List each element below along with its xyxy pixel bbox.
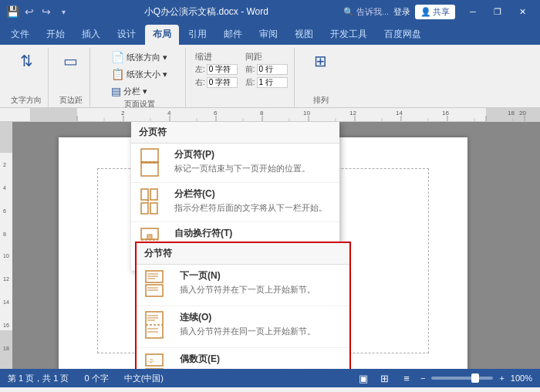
tab-mailings[interactable]: 邮件 xyxy=(216,25,250,45)
svg-text:12: 12 xyxy=(3,276,9,282)
tab-developer[interactable]: 开发工具 xyxy=(322,25,375,45)
ruler-horizontal: 2 4 6 8 10 12 14 1 xyxy=(0,108,540,122)
ribbon-toolbar: ⇅ 文字方向 ▭ 页边距 📄 纸张方向 ▾ 📋 纸张大小 ▾ xyxy=(0,45,540,108)
svg-text:2: 2 xyxy=(3,162,6,167)
pagebreak-page-icon xyxy=(139,148,167,177)
text-direction-label: 文字方向 xyxy=(11,95,42,107)
zoom-in-button[interactable]: + xyxy=(499,373,504,383)
arrange-icon: ⊞ xyxy=(314,52,327,70)
svg-text:6: 6 xyxy=(214,110,218,117)
tab-view[interactable]: 视图 xyxy=(287,25,321,45)
svg-text:12: 12 xyxy=(349,110,356,117)
tab-review[interactable]: 审阅 xyxy=(251,25,285,45)
undo-icon[interactable]: ↩ xyxy=(23,5,35,18)
svg-rect-49 xyxy=(150,189,157,200)
svg-rect-48 xyxy=(141,189,148,200)
more-icon[interactable]: ▾ xyxy=(57,5,69,18)
zoom-out-button[interactable]: − xyxy=(420,373,425,383)
svg-rect-47 xyxy=(141,163,158,176)
orient-icon: 📄 xyxy=(111,51,124,63)
tab-baidu[interactable]: 百度网盘 xyxy=(376,25,429,45)
svg-text:16: 16 xyxy=(442,110,449,117)
tab-references[interactable]: 引用 xyxy=(181,25,214,45)
svg-text:4: 4 xyxy=(3,185,6,191)
svg-text:6: 6 xyxy=(3,208,6,214)
svg-text:20: 20 xyxy=(519,110,526,117)
tab-insert[interactable]: 插入 xyxy=(74,25,108,45)
svg-rect-50 xyxy=(141,203,148,214)
main-content-area: 2 4 6 8 10 12 14 16 18 分页符 xyxy=(0,122,540,369)
pagebreak-page-item[interactable]: 分页符(P) 标记一页结束与下一页开始的位置。 xyxy=(131,144,339,183)
ribbon-tabs: 文件 开始 插入 设计 布局 引用 邮件 审阅 视图 开发工具 百度网盘 xyxy=(0,23,540,45)
section-even-page-text: 偶数页(E) 插入分节符并在下一偶数页上开始新节。 xyxy=(180,353,342,369)
orient-arrow: ▾ xyxy=(163,52,167,63)
margins-button[interactable]: ▭ xyxy=(59,49,83,73)
language: 中文(中国) xyxy=(124,373,164,384)
indent-right-input[interactable] xyxy=(207,77,238,88)
ruler-corner xyxy=(0,108,31,121)
save-icon[interactable]: 💾 xyxy=(6,5,19,18)
section-continuous-item[interactable]: 连续(O) 插入分节符并在同一页上开始新节。 xyxy=(137,306,349,348)
svg-rect-54 xyxy=(147,235,152,239)
section-breaks-panel: 分节符 下一页(N) 插入分节符并在下一页上开始新节。 xyxy=(135,242,351,369)
title-bar: 💾 ↩ ↪ ▾ 小Q办公演示文稿.docx - Word 🔍 告诉我... 登录… xyxy=(0,0,540,23)
cols-button[interactable]: ▤ 分栏 ▾ xyxy=(108,83,170,99)
arrange-button[interactable]: ⊞ xyxy=(309,49,333,73)
svg-text:10: 10 xyxy=(3,253,9,259)
login-button[interactable]: 登录 xyxy=(393,6,410,18)
svg-text:2: 2 xyxy=(121,110,125,117)
tab-layout[interactable]: 布局 xyxy=(145,25,179,45)
svg-rect-0 xyxy=(31,108,540,121)
char-count: 0 个字 xyxy=(84,373,108,384)
ruler-h-marks: 2 4 6 8 10 12 14 1 xyxy=(31,108,540,121)
margins-icon: ▭ xyxy=(63,52,78,70)
ruler-vertical: 2 4 6 8 10 12 14 16 18 xyxy=(0,122,12,369)
tab-design[interactable]: 设计 xyxy=(110,25,143,45)
pagebreak-col-icon xyxy=(139,188,167,217)
section-header: 分节符 xyxy=(137,243,349,265)
svg-text:16: 16 xyxy=(3,323,9,328)
view-print-button[interactable]: ▣ xyxy=(356,372,371,384)
pagebreak-page-text: 分页符(P) 标记一页结束与下一页开始的位置。 xyxy=(174,148,332,174)
ribbon-group-margins: ▭ 页边距 xyxy=(52,48,90,107)
size-button[interactable]: 📋 纸张大小 ▾ xyxy=(108,66,170,82)
svg-text:4: 4 xyxy=(167,110,171,117)
close-button[interactable]: ✕ xyxy=(511,3,534,20)
section-next-page-item[interactable]: 下一页(N) 插入分节符并在下一页上开始新节。 xyxy=(137,265,349,306)
text-direction-button[interactable]: ⇅ xyxy=(14,49,39,73)
minimize-button[interactable]: ─ xyxy=(461,3,484,20)
zoom-slider[interactable] xyxy=(431,377,493,380)
pagebreak-col-item[interactable]: 分栏符(C) 指示分栏符后面的文字将从下一栏开始。 xyxy=(131,183,339,222)
share-button[interactable]: 👤共享 xyxy=(415,5,455,19)
zoom-level: 100% xyxy=(511,373,532,383)
tab-file[interactable]: 文件 xyxy=(3,25,37,45)
section-even-page-item[interactable]: -2- -4- 偶数页(E) 插入分节符并在下一偶数页上开始新节。 xyxy=(137,348,349,369)
spacing-after-input[interactable] xyxy=(257,77,288,88)
svg-text:18: 18 xyxy=(3,346,9,351)
search-box[interactable]: 🔍 告诉我... xyxy=(343,6,389,18)
cols-arrow: ▾ xyxy=(143,86,147,96)
svg-text:14: 14 xyxy=(396,110,403,117)
pagebreak-col-text: 分栏符(C) 指示分栏符后面的文字将从下一栏开始。 xyxy=(174,188,332,214)
window-controls: ─ ❐ ✕ xyxy=(461,3,534,20)
svg-text:-2-: -2- xyxy=(147,357,155,364)
window-title: 小Q办公演示文稿.docx - Word xyxy=(69,5,343,19)
tab-home[interactable]: 开始 xyxy=(39,25,73,45)
section-continuous-text: 连续(O) 插入分节符并在同一页上开始新节。 xyxy=(180,311,342,337)
spacing-before-input[interactable] xyxy=(257,64,288,75)
ribbon-group-text-direction: ⇅ 文字方向 xyxy=(5,48,49,107)
indent-left-input[interactable] xyxy=(207,64,238,75)
cols-icon: ▤ xyxy=(111,85,121,97)
redo-icon[interactable]: ↪ xyxy=(40,5,52,18)
section-even-page-icon: -2- -4- xyxy=(144,353,172,369)
restore-button[interactable]: ❐ xyxy=(486,3,509,20)
svg-rect-1 xyxy=(31,108,77,121)
status-bar: 第 1 页，共 1 页 0 个字 中文(中国) ▣ ⊞ ≡ − + 100% xyxy=(0,369,540,387)
spacing-label: 间距 xyxy=(245,51,288,63)
view-read-button[interactable]: ≡ xyxy=(399,372,414,384)
zoom-thumb xyxy=(471,373,479,383)
view-web-button[interactable]: ⊞ xyxy=(377,372,393,384)
quick-access-toolbar: 💾 ↩ ↪ ▾ xyxy=(6,5,69,18)
orient-button[interactable]: 📄 纸张方向 ▾ xyxy=(108,49,170,65)
page-info: 第 1 页，共 1 页 xyxy=(8,373,69,384)
